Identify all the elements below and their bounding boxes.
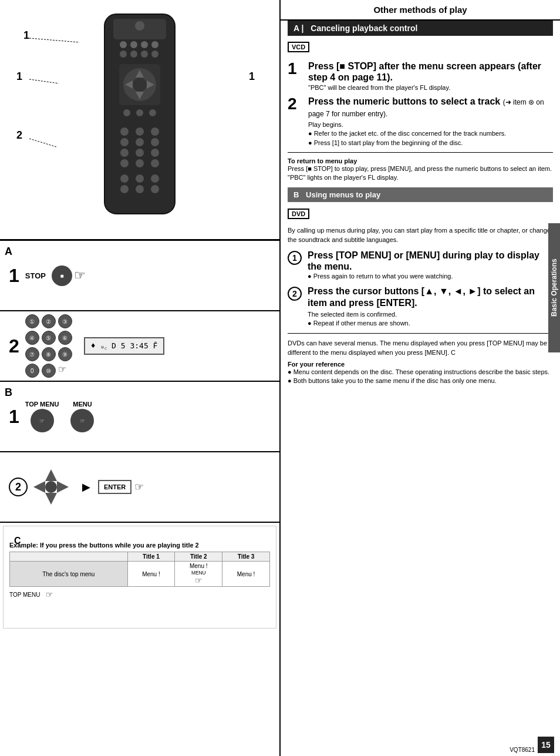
menu-label: MENU [73, 401, 92, 408]
num-btn-2[interactable]: ② [42, 314, 56, 328]
num-btn-9[interactable]: ⑨ [58, 347, 72, 361]
menu-btn-group: TOP MENU ☞ MENU ☞ [25, 401, 95, 432]
svg-point-25 [136, 138, 144, 146]
table-header-0 [10, 552, 128, 562]
remote-label-1-right: 1 [249, 70, 255, 83]
num-btn-8[interactable]: ⑧ [42, 347, 56, 361]
stop-icon: ■ [60, 273, 63, 279]
num-btn-7[interactable]: ⑦ [25, 347, 39, 361]
dpad-right[interactable] [57, 481, 69, 493]
section-b-note: DVDs can have several menus. The menu di… [288, 338, 553, 358]
page-footer: VQT8621 15 [281, 734, 560, 756]
enter-button[interactable]: ENTER [98, 480, 131, 494]
num-btn-3[interactable]: ③ [58, 314, 72, 328]
svg-point-36 [120, 185, 129, 193]
step-b2-body: The selected item is confirmed. [308, 310, 553, 319]
menu-cell-2: Menu !MENU☞ [175, 562, 222, 587]
menu-icon: ☞ [80, 418, 85, 424]
numeric-grid: ① ② ③ ④ ⑤ ⑥ ⑦ ⑧ ⑨ 0 ⑩ ☞ [25, 314, 72, 378]
svg-point-23 [151, 127, 159, 136]
step-b2-number: 2 [288, 287, 302, 301]
bullet-b1: Press again to return to what you were w… [308, 272, 553, 281]
remote-label-1-top: 1 [23, 29, 29, 42]
return-section: To return to menu play Press [■ STOP] to… [288, 157, 553, 183]
remote-section: 1 1 1 2 [0, 0, 279, 241]
menu-button[interactable]: ☞ [70, 409, 94, 432]
dpad-up[interactable] [45, 469, 57, 481]
dpad-down[interactable] [45, 493, 57, 505]
step-b2-content: Press the cursor buttons [▲, ▼, ◄, ►] to… [305, 285, 553, 328]
section-a-letter: A [5, 246, 12, 258]
remote-label-1-side: 1 [16, 70, 22, 83]
svg-point-24 [120, 138, 129, 146]
example-table: Title 1 Title 2 Title 3 The disc's top m… [9, 552, 270, 587]
step-a2-body: Play begins. [308, 120, 553, 129]
vcd-badge: VCD [288, 42, 309, 52]
step-a2-title: Press the numeric buttons to select a tr… [308, 96, 553, 118]
hand-icon-3: ☞ [134, 481, 144, 493]
section-a-header-text: Canceling playback control [311, 23, 417, 33]
section-a-header: A | Canceling playback control [288, 21, 553, 36]
svg-point-4 [130, 41, 137, 48]
remote-svg [81, 8, 198, 231]
example-bold: Example: If you press the buttons while … [9, 542, 199, 549]
svg-point-29 [151, 149, 159, 157]
right-panel: Other methods of play A | Canceling play… [281, 0, 560, 756]
table-row: The disc's top menu Menu ! Menu !MENU☞ M… [10, 562, 270, 587]
svg-point-27 [120, 149, 129, 157]
divider-1 [288, 152, 553, 153]
step-b2-block: 2 Press the cursor buttons [▲, ▼, ◄, ►] … [288, 285, 553, 328]
svg-point-5 [141, 41, 148, 48]
step-a1-content: Press [■ STOP] after the menu screen app… [305, 61, 553, 91]
svg-point-34 [136, 174, 144, 183]
top-menu-btn-item: TOP MENU ☞ [25, 401, 59, 432]
num-btn-5[interactable]: ⑤ [42, 331, 56, 345]
svg-point-3 [120, 41, 127, 48]
stop-label: STOP [25, 271, 46, 280]
example-text: Example: If you press the buttons while … [9, 542, 270, 549]
svg-point-26 [151, 138, 159, 146]
svg-point-20 [149, 109, 156, 116]
left-panel: 1 1 1 2 A 1 STOP ■ ☞ 2 ① ② ③ ④ ⑤ ⑥ ⑦ ⑧ [0, 0, 281, 756]
svg-point-13 [133, 78, 147, 92]
stop-button[interactable]: ■ [52, 266, 72, 286]
step-a1-title: Press [■ STOP] after the menu screen app… [308, 61, 553, 83]
return-title: To return to menu play [288, 157, 553, 164]
svg-point-28 [136, 149, 144, 157]
remote-label-2-left: 2 [16, 129, 22, 142]
menu-btn-item: MENU ☞ [70, 401, 94, 432]
dpad-left[interactable] [33, 481, 45, 493]
step-a1-block: 1 Press [■ STOP] after the menu screen a… [288, 61, 553, 91]
num-btn-0[interactable]: 0 [25, 364, 39, 378]
step-a1-number: 1 [288, 61, 305, 77]
basic-operations-tab: Basic Operations [548, 223, 560, 352]
section-a-step1: A 1 STOP ■ ☞ [0, 241, 279, 311]
step-b1-block: 1 Press [TOP MENU] or [MENU] during play… [288, 250, 553, 281]
dvd-badge-wrapper: DVD [288, 205, 553, 223]
section-b-header-text: Using menus to play [306, 190, 380, 199]
section-a-letter-label: A | [294, 23, 303, 33]
svg-point-22 [136, 127, 144, 136]
svg-line-40 [29, 79, 59, 83]
num-btn-1[interactable]: ① [25, 314, 39, 328]
section-b-header: B Using menus to play [288, 187, 553, 202]
return-body: Press [■ STOP] to stop play, press [MENU… [288, 164, 553, 183]
section-a-step2: 2 ① ② ③ ④ ⑤ ⑥ ⑦ ⑧ ⑨ 0 ⑩ ☞ ♦ ᵤ꜀ D 5 3:45 … [0, 311, 279, 382]
dpad-center[interactable] [45, 481, 57, 493]
section-c: C Example: If you press the buttons whil… [3, 526, 276, 629]
hand-icon-2: ☞ [58, 364, 72, 378]
step-b2-title: Press the cursor buttons [▲, ▼, ◄, ►] to… [308, 285, 553, 308]
num-btn-4[interactable]: ④ [25, 331, 39, 345]
menu-cell-3: Menu ! [222, 562, 270, 587]
num-btn-6[interactable]: ⑥ [58, 331, 72, 345]
top-menu-icon: ☞ [39, 418, 45, 424]
top-menu-button[interactable]: ☞ [31, 409, 54, 432]
section-c-letter: C [14, 536, 21, 546]
table-header-title1: Title 1 [127, 552, 175, 562]
svg-point-37 [136, 185, 144, 193]
svg-line-41 [29, 139, 56, 147]
svg-point-18 [123, 109, 130, 116]
for-reference-title: For your reference [288, 361, 553, 368]
num-btn-10[interactable]: ⑩ [42, 364, 56, 378]
step-b1-number: 1 [9, 406, 19, 428]
